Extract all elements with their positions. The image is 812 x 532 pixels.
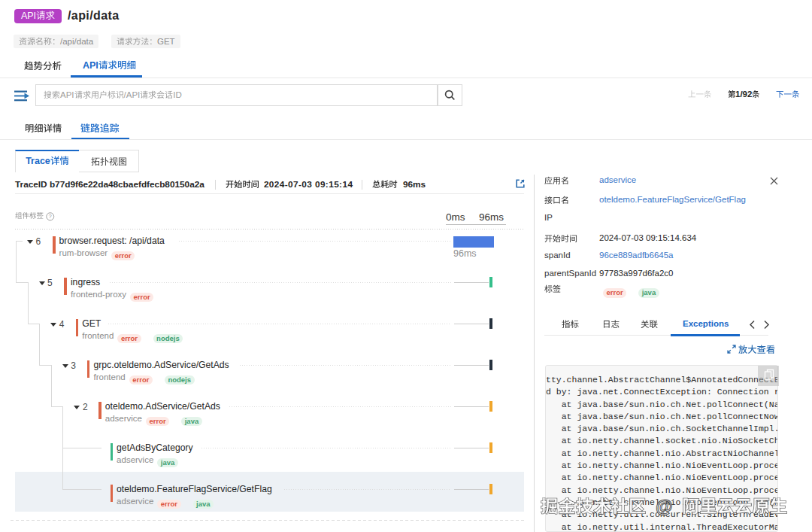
svg-text:?: ?: [49, 213, 52, 220]
